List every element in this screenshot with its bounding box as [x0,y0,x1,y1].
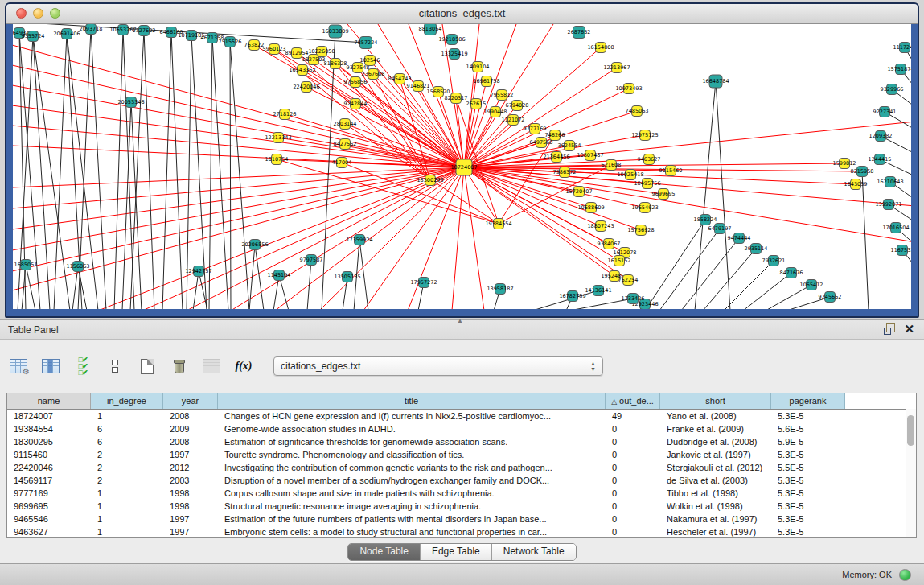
cell-out_de[interactable]: 0 [606,525,660,538]
network-node[interactable]: 10688609 [577,203,604,213]
network-node[interactable]: 8215958 [851,167,874,177]
network-node[interactable]: 19384554 [485,219,511,229]
cell-out_de[interactable]: 0 [606,513,660,525]
cell-title[interactable]: Structural magnetic resonance image aver… [218,500,606,513]
cell-in_degree[interactable]: 6 [91,422,163,435]
network-node[interactable]: 1810754 [265,154,289,165]
network-node[interactable]: 19218586 [438,35,465,45]
network-node[interactable]: 10025418 [617,170,643,180]
network-node[interactable]: 1643059 [844,179,868,190]
cell-short[interactable]: Hescheler et al. (1997) [660,525,771,538]
cell-in_degree[interactable]: 1 [91,500,163,513]
table-row[interactable]: 969969511998Structural magnetic resonanc… [7,500,916,513]
cell-short[interactable]: Wolkin et al. (1998) [660,500,771,513]
network-node[interactable]: 6479197 [708,224,732,234]
cell-out_de[interactable]: 0 [606,461,660,474]
network-node[interactable]: 13505135 [334,272,360,282]
cell-name[interactable]: 9463627 [7,525,91,538]
cell-year[interactable]: 1997 [163,525,218,538]
network-node[interactable]: 7485063 [626,106,649,117]
column-header-short[interactable]: short [660,393,771,409]
column-visibility-button[interactable] [40,356,61,377]
cell-name[interactable]: 18724007 [7,410,91,422]
network-node[interactable]: 1209382 [869,131,893,142]
cell-out_de[interactable]: 0 [606,422,660,435]
column-header-pagerank[interactable]: pagerank [771,393,845,409]
network-node[interactable]: 1327602 [133,26,156,36]
network-node[interactable]: 9463627 [638,154,661,165]
cell-title[interactable]: Genome-wide association studies in ADHD. [218,422,606,435]
network-node[interactable]: 9245652 [819,292,842,303]
network-node[interactable]: 8220317 [445,93,468,104]
network-node[interactable]: 3624554 [558,141,581,151]
network-node[interactable]: 1145194 [268,270,291,281]
cell-title[interactable]: Embryonic stem cells: a model to study s… [218,525,606,538]
cell-title[interactable]: Changes of HCN gene expression and I(f) … [218,410,606,422]
cell-in_degree[interactable]: 2 [91,474,163,487]
network-node[interactable]: 16543362 [289,65,315,76]
cell-pagerank[interactable]: 5.5E-5 [771,461,845,474]
cell-year[interactable]: 2008 [163,435,218,448]
network-node[interactable]: 5960123 [263,44,286,55]
network-node[interactable]: 2093718 [80,24,103,35]
tab-node-table[interactable]: Node Table [348,544,421,560]
network-node[interactable]: 1858224 [694,215,717,225]
cell-year[interactable]: 1997 [163,513,218,525]
network-node[interactable]: 13325419 [441,49,467,60]
cell-name[interactable]: 14569117 [7,474,91,487]
network-node[interactable]: 18807243 [587,221,614,232]
network-node[interactable]: 9329966 [881,84,904,95]
table-row[interactable]: 1830029562008Estimation of significance … [7,435,916,448]
network-node[interactable]: 15756928 [627,225,654,236]
delete-column-button[interactable] [169,356,190,377]
table-row[interactable]: 1456911722003Disruption of a novel membe… [7,474,916,487]
network-node[interactable]: 16210643 [877,177,903,187]
network-node[interactable]: 2367608 [362,69,385,80]
cell-year[interactable]: 2008 [163,410,218,422]
network-node[interactable]: 21364456 [543,152,569,163]
cell-in_degree[interactable]: 1 [91,513,163,525]
network-node[interactable]: 13992071 [875,200,901,210]
cell-out_de[interactable]: 49 [606,410,660,422]
table-row[interactable]: 1938455462009Genome-wide association stu… [7,422,916,435]
network-node[interactable]: 1827503 [302,55,326,65]
table-row[interactable]: 977716911998Corpus callosum shape and si… [7,487,916,500]
network-node[interactable]: 7857224 [355,37,378,49]
cell-name[interactable]: 9699695 [7,500,91,513]
cell-out_de[interactable]: 0 [606,474,660,487]
cell-in_degree[interactable]: 2 [91,448,163,461]
column-header-year[interactable]: year [163,393,218,409]
network-node[interactable]: 1065412 [800,280,823,290]
network-node[interactable]: 6794028 [506,101,529,111]
network-node[interactable]: 1117243 [893,43,911,53]
network-node[interactable]: 16782759 [559,291,585,302]
network-canvas[interactable]: 1872400776382259601238912954182260581827… [13,24,911,309]
vertical-scrollbar[interactable] [906,409,916,537]
cell-year[interactable]: 1998 [163,500,218,513]
network-node[interactable]: 7515526 [219,37,242,47]
cell-name[interactable]: 9777169 [7,487,91,500]
cell-year[interactable]: 1997 [163,448,218,461]
network-node[interactable]: 16961758 [473,76,499,87]
table-row[interactable]: 1872400712008Changes of HCN gene express… [7,410,916,422]
table-row[interactable]: 2242004622012Investigating the contribut… [7,461,916,474]
network-node[interactable]: 10973493 [615,84,642,94]
cell-in_degree[interactable]: 2 [91,461,163,474]
column-header-title[interactable]: title [218,393,606,409]
scrollbar-thumb[interactable] [907,415,914,446]
network-node[interactable]: 15751874 [887,64,911,75]
new-column-button[interactable] [137,356,158,377]
column-header-in_degree[interactable]: in_degree [91,393,163,409]
network-node[interactable]: 2935114 [745,244,768,254]
network-node[interactable]: 13958187 [487,284,513,295]
network-node[interactable]: 9355724 [22,31,45,42]
network-node[interactable]: 8427552 [334,139,357,150]
cell-out_de[interactable]: 0 [606,500,660,513]
network-node[interactable]: 9777169 [524,124,547,134]
network-node[interactable]: 9699695 [652,189,676,200]
network-node[interactable]: 22420046 [293,82,319,93]
cell-year[interactable]: 2009 [163,422,218,435]
network-node[interactable]: 19654923 [631,203,658,213]
cell-pagerank[interactable]: 5.3E-5 [771,500,845,513]
cell-year[interactable]: 2003 [163,474,218,487]
